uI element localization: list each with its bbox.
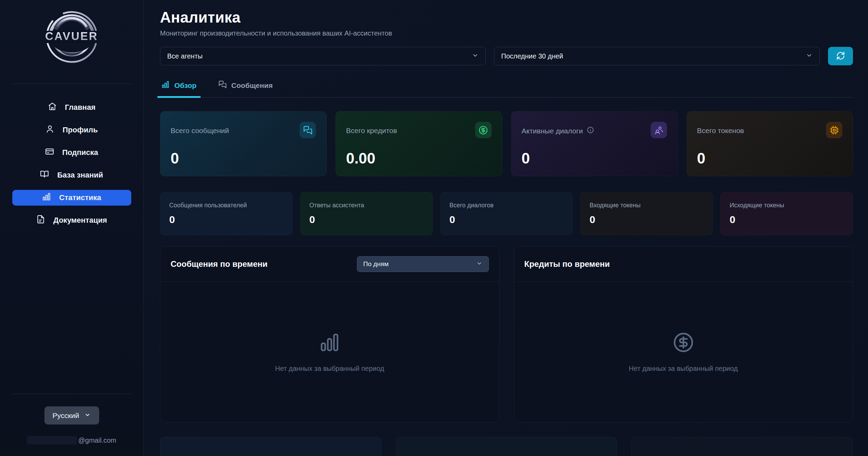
agent-select-value: Все агенты <box>167 52 203 60</box>
chart-empty-state: Нет данных за выбранный период <box>514 282 853 422</box>
sidebar-item-statistics[interactable]: Статистика <box>12 190 131 206</box>
bar-chart-icon <box>42 192 51 203</box>
dollar-circle-icon <box>475 122 492 138</box>
email-domain: @gmail.com <box>78 437 116 444</box>
mini-card-value: 0 <box>589 214 704 225</box>
language-label: Русский <box>53 412 79 420</box>
stat-value: 0 <box>697 150 842 167</box>
agent-select[interactable]: Все агенты <box>160 47 486 65</box>
cpu-icon <box>826 122 842 138</box>
refresh-icon <box>836 51 845 61</box>
page-subtitle: Мониторинг производительности и использо… <box>160 29 853 37</box>
users-icon <box>651 122 667 138</box>
chart-grid: Сообщения по времени По дням Нет данных … <box>160 246 853 422</box>
sidebar-nav: Главная Профиль Подписка База знаний Ста… <box>12 100 131 228</box>
bottom-card-row <box>160 437 853 456</box>
language-selector[interactable]: Русский <box>44 406 99 425</box>
home-icon <box>48 102 57 113</box>
chart-title: Сообщения по времени <box>171 259 268 269</box>
sidebar-item-label: Главная <box>65 103 95 112</box>
stat-value: 0 <box>522 150 667 167</box>
sidebar-bottom-divider <box>12 394 132 394</box>
tab-label: Обзор <box>174 81 197 90</box>
chevron-down-icon <box>84 412 91 420</box>
card <box>160 437 382 456</box>
mini-card-value: 0 <box>169 214 283 225</box>
cavuer-logo: CAVUER <box>41 6 103 68</box>
document-icon <box>36 215 45 226</box>
stat-value: 0 <box>171 150 316 167</box>
tab-bar: Обзор Сообщения <box>160 78 853 97</box>
granularity-select-value: По дням <box>363 260 389 268</box>
stat-card-total-tokens: Всего токенов 0 <box>686 111 853 176</box>
empty-state-text: Нет данных за выбранный период <box>629 365 738 373</box>
app-root: CAVUER Главная Профиль Подписка База зна… <box>0 0 868 456</box>
dollar-circle-icon <box>673 332 694 354</box>
mini-card-label: Сообщения пользователей <box>169 202 283 209</box>
stat-label: Всего сообщений <box>171 122 229 135</box>
mini-card-value: 0 <box>450 214 564 225</box>
sidebar-item-label: Документация <box>53 216 107 225</box>
book-open-icon <box>40 170 49 181</box>
filter-bar: Все агенты Последние 30 дней <box>160 47 853 65</box>
stat-label: Всего токенов <box>697 122 744 135</box>
sidebar-item-label: Профиль <box>63 126 98 134</box>
mini-card-input-tokens: Входящие токены 0 <box>580 192 713 235</box>
mini-card-label: Исходящие токены <box>730 202 844 209</box>
mini-card-value: 0 <box>309 214 424 225</box>
stat-label: Активные диалоги <box>522 122 594 135</box>
user-icon <box>45 125 54 135</box>
card <box>631 437 853 456</box>
period-select[interactable]: Последние 30 дней <box>494 47 820 65</box>
sidebar-item-subscription[interactable]: Подписка <box>12 145 131 160</box>
tab-label: Сообщения <box>231 81 273 90</box>
mini-card-label: Ответы ассистента <box>309 202 424 209</box>
stat-value: 0.00 <box>346 150 491 167</box>
stat-card-total-messages: Всего сообщений 0 <box>160 111 326 176</box>
messages-icon <box>299 122 316 138</box>
mini-card-assistant-replies: Ответы ассистента 0 <box>300 192 433 235</box>
chart-empty-state: Нет данных за выбранный период <box>160 282 499 422</box>
bar-chart-icon <box>161 80 170 90</box>
info-icon[interactable] <box>587 127 594 135</box>
chart-title: Кредиты по времени <box>524 259 610 269</box>
sidebar-item-label: Подписка <box>62 148 98 157</box>
mini-card-value: 0 <box>730 214 844 225</box>
stat-label-text: Активные диалоги <box>522 127 583 135</box>
chevron-down-icon <box>476 260 482 268</box>
tab-messages[interactable]: Сообщения <box>217 78 274 97</box>
sidebar-item-documentation[interactable]: Документация <box>12 212 131 228</box>
mini-card-label: Всего диалогов <box>450 202 564 209</box>
card <box>396 437 617 456</box>
sidebar-item-label: Статистика <box>59 193 101 202</box>
stat-card-grid: Всего сообщений 0 Всего кредитов 0.00 Ак… <box>160 111 853 176</box>
tab-overview[interactable]: Обзор <box>160 78 198 97</box>
stat-card-active-dialogs: Активные диалоги 0 <box>511 111 678 176</box>
period-select-value: Последние 30 дней <box>501 52 563 60</box>
empty-state-text: Нет данных за выбранный период <box>275 365 384 373</box>
sidebar-item-label: База знаний <box>57 171 103 180</box>
mini-card-grid: Сообщения пользователей 0 Ответы ассисте… <box>160 192 853 235</box>
stat-label: Всего кредитов <box>346 122 397 135</box>
logo-wordmark: CAVUER <box>41 30 103 43</box>
sidebar-item-knowledge-base[interactable]: База знаний <box>12 167 131 183</box>
sidebar-divider <box>12 83 132 84</box>
chart-card-credits-over-time: Кредиты по времени Нет данных за выбранн… <box>514 246 853 422</box>
sidebar-item-home[interactable]: Главная <box>12 100 131 115</box>
account-email: @gmail.com <box>27 436 116 444</box>
messages-icon <box>218 80 227 90</box>
chevron-down-icon <box>472 52 479 61</box>
page-title: Аналитика <box>160 9 853 26</box>
sidebar-item-profile[interactable]: Профиль <box>12 122 131 138</box>
stat-card-total-credits: Всего кредитов 0.00 <box>335 111 502 176</box>
chart-card-messages-over-time: Сообщения по времени По дням Нет данных … <box>160 246 499 422</box>
bar-chart-icon <box>319 332 340 354</box>
granularity-select[interactable]: По дням <box>357 256 489 272</box>
email-redacted-block <box>27 436 77 444</box>
mini-card-label: Входящие токены <box>589 202 704 209</box>
refresh-button[interactable] <box>828 47 853 65</box>
sidebar: CAVUER Главная Профиль Подписка База зна… <box>0 0 144 456</box>
credit-card-icon <box>45 147 54 158</box>
mini-card-output-tokens: Исходящие токены 0 <box>720 192 853 235</box>
chevron-down-icon <box>806 52 813 61</box>
